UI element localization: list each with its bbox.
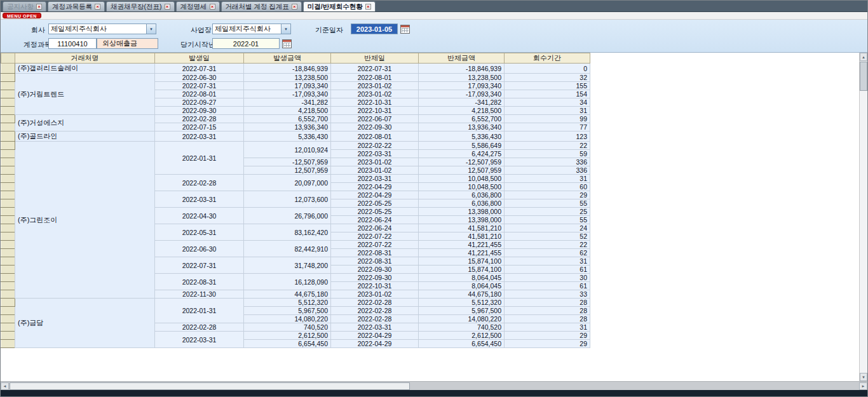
cell-settle-date[interactable]: 2022-10-31 <box>331 107 419 115</box>
row-selector-button[interactable] <box>1 241 15 249</box>
row-selector-button[interactable] <box>1 98 15 107</box>
row-selector-button[interactable] <box>1 74 15 82</box>
tab-item[interactable]: 계정과목등록× <box>48 1 105 11</box>
cell-collection-days[interactable]: 59 <box>505 150 590 158</box>
chevron-down-icon[interactable]: ▼ <box>146 24 156 34</box>
tab-item[interactable]: 공지사항× <box>3 1 46 11</box>
cell-settle-date[interactable]: 2022-05-25 <box>331 208 419 216</box>
cell-collection-days[interactable]: 22 <box>505 142 590 150</box>
cell-settle-amount[interactable]: 41,581,210 <box>419 232 505 241</box>
row-selector-button[interactable] <box>1 175 15 183</box>
cell-settle-amount[interactable]: 13,398,000 <box>419 216 505 224</box>
scroll-left-icon[interactable]: ◄ <box>1 382 9 390</box>
row-selector-button[interactable] <box>1 232 15 241</box>
cell-settle-amount[interactable]: 4,218,500 <box>419 107 505 115</box>
cell-occur-date[interactable]: 2022-09-30 <box>155 107 244 115</box>
cell-occur-amount[interactable]: 14,080,220 <box>244 315 331 323</box>
cell-collection-days[interactable]: 31 <box>505 257 590 266</box>
cell-occur-date[interactable]: 2022-03-31 <box>155 131 244 142</box>
cell-settle-amount[interactable]: -341,282 <box>419 98 505 107</box>
cell-settle-date[interactable]: 2022-03-31 <box>331 175 419 183</box>
cell-collection-days[interactable]: 154 <box>505 90 590 98</box>
tab-item[interactable]: 거래처별 계정 집계표× <box>221 1 302 11</box>
cell-collection-days[interactable]: 29 <box>505 340 590 348</box>
row-selector-button[interactable] <box>1 332 15 340</box>
cell-occur-amount[interactable]: 12,507,959 <box>244 166 331 175</box>
row-selector-button[interactable] <box>1 274 15 282</box>
row-selector-button[interactable] <box>1 64 15 74</box>
cell-collection-days[interactable]: 31 <box>505 175 590 183</box>
cell-collection-days[interactable]: 32 <box>505 74 590 82</box>
cell-occur-amount[interactable]: 5,967,500 <box>244 307 331 315</box>
cell-collection-days[interactable]: 31 <box>505 323 590 332</box>
cell-settle-amount[interactable]: 44,675,180 <box>419 290 505 299</box>
cell-occur-amount[interactable]: 740,520 <box>244 323 331 332</box>
row-selector-button[interactable] <box>1 257 15 266</box>
row-selector-button[interactable] <box>1 323 15 332</box>
cell-settle-amount[interactable]: 740,520 <box>419 323 505 332</box>
row-selector-button[interactable] <box>1 299 15 307</box>
column-header[interactable]: 발생일 <box>155 53 244 64</box>
cell-collection-days[interactable]: 28 <box>505 307 590 315</box>
cell-occur-date[interactable]: 2022-03-31 <box>155 332 244 348</box>
cell-settle-date[interactable]: 2022-02-22 <box>331 142 419 150</box>
cell-occur-amount[interactable]: 44,675,180 <box>244 290 331 299</box>
cell-occur-amount[interactable]: 13,936,340 <box>244 123 331 131</box>
cell-settle-amount[interactable]: 15,874,100 <box>419 266 505 274</box>
cell-occur-amount[interactable]: 12,073,600 <box>244 191 331 208</box>
cell-collection-days[interactable]: 60 <box>505 183 590 191</box>
row-selector-button[interactable] <box>1 199 15 208</box>
cell-occur-date[interactable]: 2022-02-28 <box>155 115 244 123</box>
cell-settle-amount[interactable]: 41,581,210 <box>419 224 505 232</box>
cell-settle-amount[interactable]: -17,093,340 <box>419 90 505 98</box>
cell-occur-date[interactable]: 2022-03-31 <box>155 191 244 208</box>
cell-occur-amount[interactable]: 2,612,500 <box>244 332 331 340</box>
tab-active[interactable]: 미결/반제회수현황× <box>303 1 376 11</box>
tab-item[interactable]: 채권채무장(전표)× <box>106 1 175 11</box>
cell-occur-date[interactable]: 2022-11-30 <box>155 290 244 299</box>
account-code-input[interactable] <box>48 38 97 49</box>
cell-settle-date[interactable]: 2023-01-02 <box>331 290 419 299</box>
cell-settle-amount[interactable]: 12,507,959 <box>419 166 505 175</box>
cell-occur-amount[interactable]: 31,748,200 <box>244 257 331 274</box>
cell-occur-amount[interactable]: 17,093,340 <box>244 82 331 90</box>
cell-occur-date[interactable]: 2022-01-31 <box>155 142 244 175</box>
cell-settle-amount[interactable]: 13,936,340 <box>419 123 505 131</box>
cell-collection-days[interactable]: 61 <box>505 266 590 274</box>
cell-occur-date[interactable]: 2022-06-30 <box>155 241 244 257</box>
cell-settle-amount[interactable]: 8,064,045 <box>419 274 505 282</box>
row-selector-button[interactable] <box>1 208 15 216</box>
cell-settle-date[interactable]: 2022-09-30 <box>331 266 419 274</box>
cell-settle-amount[interactable]: 6,552,700 <box>419 115 505 123</box>
row-selector-button[interactable] <box>1 216 15 224</box>
cell-collection-days[interactable]: 77 <box>505 123 590 131</box>
cell-occur-date[interactable]: 2022-02-28 <box>155 323 244 332</box>
cell-occur-amount[interactable]: 20,097,000 <box>244 175 331 191</box>
cell-settle-amount[interactable]: 17,093,340 <box>419 82 505 90</box>
cell-settle-amount[interactable]: 6,036,800 <box>419 199 505 208</box>
cell-settle-amount[interactable]: 13,238,500 <box>419 74 505 82</box>
row-selector-button[interactable] <box>1 266 15 274</box>
cell-occur-date[interactable]: 2022-02-28 <box>155 175 244 191</box>
cell-collection-days[interactable]: 55 <box>505 199 590 208</box>
cell-settle-date[interactable]: 2022-04-29 <box>331 332 419 340</box>
calendar-icon[interactable] <box>400 25 410 34</box>
row-selector-button[interactable] <box>1 315 15 323</box>
cell-collection-days[interactable]: 61 <box>505 282 590 290</box>
tab-close-icon[interactable]: × <box>36 4 42 10</box>
tab-item[interactable]: 계정명세× <box>176 1 220 11</box>
row-selector-button[interactable] <box>1 107 15 115</box>
cell-customer-name[interactable]: (주)금담 <box>15 299 155 348</box>
cell-occur-amount[interactable]: 12,010,924 <box>244 142 331 158</box>
cell-collection-days[interactable]: 55 <box>505 216 590 224</box>
row-selector-button[interactable] <box>1 142 15 150</box>
row-selector-button[interactable] <box>1 183 15 191</box>
cell-collection-days[interactable]: 29 <box>505 191 590 199</box>
cell-occur-date[interactable]: 2022-07-15 <box>155 123 244 131</box>
cell-settle-date[interactable]: 2022-08-01 <box>331 74 419 82</box>
cell-collection-days[interactable]: 123 <box>505 131 590 142</box>
tab-close-icon[interactable]: × <box>292 4 297 10</box>
cell-settle-amount[interactable]: 8,064,045 <box>419 282 505 290</box>
base-date-input[interactable] <box>351 24 398 34</box>
cell-collection-days[interactable]: 99 <box>505 115 590 123</box>
